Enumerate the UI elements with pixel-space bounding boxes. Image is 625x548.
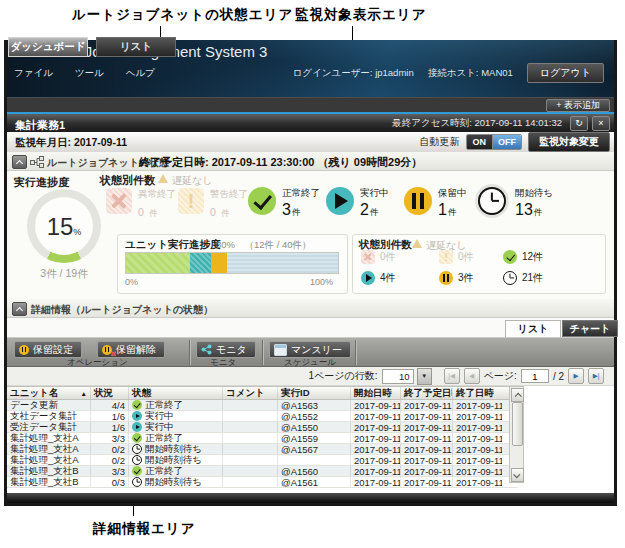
annotation-monitor-target-area: 監視対象表示エリア bbox=[295, 6, 426, 24]
host-label: 接続ホスト: MAN01 bbox=[428, 67, 513, 80]
col-exec-id[interactable]: 実行ID bbox=[278, 387, 351, 399]
progress-percent: 15 bbox=[47, 213, 74, 241]
root-status-section-header: ルートジョブネットの状態 終了予定日時: 2017-09-11 23:30:00… bbox=[7, 152, 614, 171]
last-access-label: 最終アクセス時刻: 2017-09-11 14:01:32 bbox=[392, 117, 562, 130]
sort-asc-icon: ▲ bbox=[81, 390, 87, 397]
abnormal-end-icon bbox=[361, 250, 375, 264]
col-comment[interactable]: コメント bbox=[223, 387, 278, 399]
start-wait-clock-icon bbox=[132, 455, 142, 465]
operation-toolbar: 保留設定 × 保留解除 モニタ マンスリー オペレーション モニタ スケジュール bbox=[7, 337, 614, 367]
scroll-up-icon[interactable] bbox=[511, 388, 524, 402]
logout-button[interactable]: ログアウト bbox=[527, 63, 604, 83]
bar-segment-normal bbox=[126, 253, 190, 273]
delay-note: 遅延なし bbox=[172, 174, 212, 188]
auto-update-label: 自動更新 bbox=[420, 135, 460, 149]
normal-end-icon bbox=[503, 250, 517, 264]
col-status[interactable]: 状態 bbox=[129, 387, 223, 399]
scrollbar-thumb[interactable] bbox=[512, 402, 523, 446]
units-table: ユニット名▲ 状況 状態 コメント 実行ID 開始日時 終了予定日時 終了日時 … bbox=[7, 386, 517, 488]
unit-progress-label: ユニット実行進捗度 bbox=[125, 238, 220, 252]
refresh-icon[interactable]: ↻ bbox=[570, 116, 588, 131]
unit-status-running: 4件 bbox=[361, 271, 396, 285]
menu-help[interactable]: ヘルプ bbox=[126, 67, 155, 80]
collapse-icon[interactable] bbox=[12, 155, 27, 169]
col-scheduled-end[interactable]: 終了予定日時 bbox=[401, 387, 453, 399]
unit-status-waiting: 21件 bbox=[503, 271, 543, 285]
warning-triangle-icon bbox=[412, 239, 422, 248]
start-wait-clock-icon bbox=[503, 271, 517, 285]
running-icon bbox=[132, 411, 142, 421]
scroll-down-icon[interactable] bbox=[511, 468, 524, 482]
menu-tools[interactable]: ツール bbox=[75, 67, 104, 80]
prev-page-button[interactable]: ◀ bbox=[464, 368, 480, 384]
warning-end-icon bbox=[439, 250, 453, 264]
status-item-abnormal: 異常終了 0 件 bbox=[106, 188, 176, 220]
rows-per-page-select[interactable]: 10 bbox=[382, 369, 414, 384]
monitor-button[interactable]: モニタ bbox=[196, 341, 256, 358]
close-icon[interactable]: × bbox=[592, 116, 610, 131]
table-row[interactable]: 受注データ集計1/6 実行中 @A1550 2017-09-11…2017-09… bbox=[7, 422, 517, 433]
last-page-button[interactable]: ▶| bbox=[588, 368, 604, 384]
toggle-off[interactable]: OFF bbox=[493, 135, 521, 149]
tab-detail-list[interactable]: リスト bbox=[505, 320, 561, 337]
status-item-hold: 保留中 1件 bbox=[404, 187, 467, 219]
chevron-down-icon[interactable]: ▼ bbox=[417, 368, 432, 385]
next-page-button[interactable]: ▶ bbox=[568, 368, 584, 384]
table-row[interactable]: データ更新4/4 正常終了 @A1563 2017-09-11…2017-09-… bbox=[7, 400, 517, 411]
unit-progress-bar bbox=[125, 252, 339, 274]
table-row[interactable]: 集計処理_支社A0/2 開始時刻待ち @A1567 2017-09-11…201… bbox=[7, 444, 517, 455]
annotation-root-jobnet-area: ルートジョブネットの状態エリア bbox=[72, 6, 293, 24]
running-icon bbox=[326, 187, 354, 215]
tab-list[interactable]: リスト bbox=[96, 37, 176, 57]
normal-end-icon bbox=[248, 187, 276, 215]
panel-title: 集計業務1 bbox=[15, 118, 65, 133]
add-view-button[interactable]: + 表示追加 bbox=[546, 99, 610, 112]
login-user-label: ログインユーザー: jp1admin bbox=[293, 67, 414, 80]
menu-bar: ファイル ツール ヘルプ bbox=[14, 67, 155, 80]
first-page-button[interactable]: |◀ bbox=[444, 368, 460, 384]
start-wait-clock-icon bbox=[132, 477, 142, 487]
detail-section-header: 詳細情報（ルートジョブネットの状態） bbox=[7, 299, 614, 318]
dashboard: 実行進捗度 15 % 3件 / 19件 状態別件数 遅延なし 異常終了 0 件 … bbox=[7, 171, 614, 299]
collapse-icon[interactable] bbox=[12, 302, 27, 316]
page-label: ページ: bbox=[484, 369, 517, 383]
toggle-on[interactable]: ON bbox=[467, 135, 494, 149]
warning-triangle-icon bbox=[158, 174, 168, 183]
table-scrollbar[interactable] bbox=[509, 386, 524, 483]
col-end[interactable]: 終了日時 bbox=[453, 387, 502, 399]
annotation-detail-area: 詳細情報エリア bbox=[93, 520, 195, 538]
normal-end-icon bbox=[132, 433, 142, 443]
unit-status-abnormal: 0件 bbox=[361, 250, 396, 264]
tab-dashboard[interactable]: ダッシュボード bbox=[8, 37, 88, 57]
table-row[interactable]: 集計処理_支社A0/2 開始時刻待ち 2017-09-11…2017-09-11… bbox=[7, 455, 517, 466]
col-unit-name[interactable]: ユニット名▲ bbox=[7, 387, 91, 399]
col-progress[interactable]: 状況 bbox=[91, 387, 129, 399]
page-input[interactable] bbox=[521, 369, 549, 383]
abnormal-end-icon bbox=[106, 188, 132, 214]
status-item-normal: 正常終了 3件 bbox=[248, 187, 320, 219]
hold-set-button[interactable]: 保留設定 bbox=[14, 341, 82, 358]
table-row[interactable]: 集計処理_支社B3/3 正常終了 @A1560 2017-09-11…2017-… bbox=[7, 466, 517, 477]
start-wait-clock-icon bbox=[132, 444, 142, 454]
table-row[interactable]: 集計処理_支社A3/3 正常終了 @A1559 2017-09-11…2017-… bbox=[7, 433, 517, 444]
status-item-waiting: 開始待ち 13件 bbox=[475, 187, 553, 219]
status-item-running: 実行中 2件 bbox=[326, 187, 389, 219]
warning-end-icon bbox=[178, 188, 204, 214]
tab-detail-chart[interactable]: チャート bbox=[562, 320, 618, 337]
hold-release-button[interactable]: × 保留解除 bbox=[97, 341, 165, 358]
unit-progress-summary: 30% （12件 / 40件） bbox=[216, 239, 312, 252]
progress-label: 実行進捗度 bbox=[14, 175, 69, 190]
table-header: ユニット名▲ 状況 状態 コメント 実行ID 開始日時 終了予定日時 終了日時 bbox=[7, 386, 517, 400]
hold-icon bbox=[19, 345, 29, 355]
monthly-button[interactable]: マンスリー bbox=[269, 341, 351, 358]
panel-header: 集計業務1 最終アクセス時刻: 2017-09-11 14:01:32 ↻ × bbox=[7, 112, 614, 132]
col-start[interactable]: 開始日時 bbox=[351, 387, 401, 399]
pagination-bar: 1ページの行数: 10 ▼ |◀ ◀ ページ: / 2 ▶ ▶| bbox=[7, 367, 614, 386]
status-item-warning: 警告終了 0 件 bbox=[178, 188, 248, 220]
change-monitor-target-button[interactable]: 監視対象変更 bbox=[528, 132, 610, 152]
unit-progress-box: ユニット実行進捗度 30% （12件 / 40件） 0% 100% bbox=[117, 234, 348, 294]
view-toolbar: + 表示追加 bbox=[7, 97, 614, 112]
progress-fraction: 3件 / 19件 bbox=[27, 267, 101, 281]
table-row[interactable]: 集計処理_支社B0/3 開始時刻待ち @A1561 2017-09-11…201… bbox=[7, 477, 517, 488]
menu-file[interactable]: ファイル bbox=[14, 67, 53, 80]
